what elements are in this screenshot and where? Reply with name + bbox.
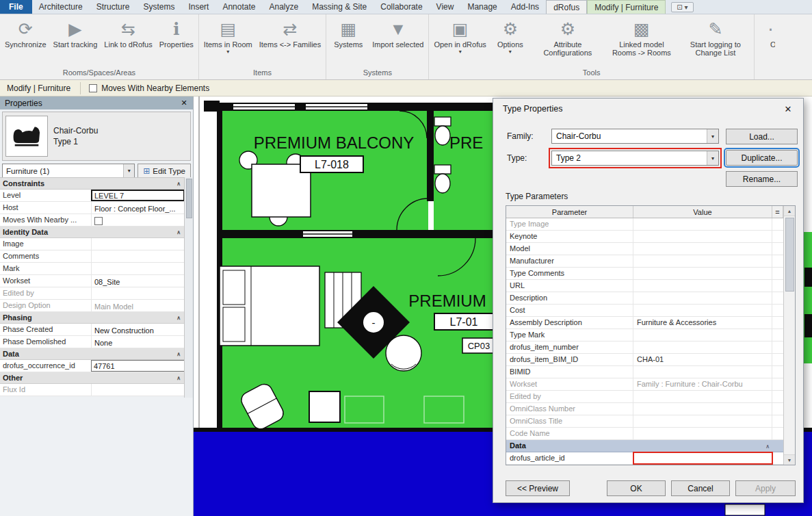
property-row-level[interactable]: LevelLEVEL 7 bbox=[0, 190, 185, 202]
parameter-row-model[interactable]: Model bbox=[506, 243, 783, 255]
duplicate-button[interactable]: Duplicate... bbox=[726, 150, 798, 166]
ribbon-button-options[interactable]: ⚙Options▾ bbox=[490, 16, 530, 65]
parameter-row-type-image[interactable]: Type Image bbox=[506, 218, 783, 231]
parameter-value[interactable] bbox=[633, 255, 772, 267]
ribbon-button-start-tracking[interactable]: ▶Start tracking bbox=[51, 16, 101, 65]
property-row-comments[interactable]: Comments bbox=[0, 250, 185, 263]
type-selector-combo[interactable]: Furniture (1) ▾ bbox=[2, 164, 135, 178]
type-preview[interactable]: Chair-Corbu Type 1 bbox=[2, 112, 191, 161]
property-row-workset[interactable]: Workset08_Site bbox=[0, 275, 185, 287]
parameter-row-keynote[interactable]: Keynote bbox=[506, 231, 783, 243]
chevron-down-icon[interactable]: ▾ bbox=[123, 164, 134, 177]
tab-drofus[interactable]: dRofus bbox=[546, 0, 587, 14]
ribbon-button-oth[interactable]: ⋯Oth bbox=[757, 16, 775, 65]
room-number-premium[interactable]: L7-01 bbox=[450, 316, 478, 328]
parameter-value[interactable] bbox=[633, 391, 772, 402]
parameter-value[interactable] bbox=[633, 403, 772, 415]
room-name-partial[interactable]: PRE bbox=[449, 133, 483, 152]
parameter-row-description[interactable]: Description bbox=[506, 292, 783, 305]
parameter-value[interactable]: Furniture & Accessories bbox=[633, 317, 772, 328]
properties-scrollbar[interactable] bbox=[184, 177, 193, 398]
property-row-phase-demolished[interactable]: Phase DemolishedNone bbox=[0, 336, 185, 348]
scrollbar-thumb[interactable] bbox=[186, 179, 192, 218]
property-value[interactable]: Floor : Concept Floor_... bbox=[91, 202, 185, 214]
ribbon-button-start-logging-to-change-list[interactable]: ✎Start logging to Change List bbox=[679, 16, 752, 65]
edit-type-button[interactable]: ⊞ Edit Type bbox=[137, 164, 191, 178]
toilet-symbol[interactable] bbox=[435, 126, 450, 145]
room-tag-cp03[interactable]: CP03 bbox=[468, 341, 490, 351]
properties-section-constraints[interactable]: Constraints∧ bbox=[0, 178, 185, 190]
parameter-row-cost[interactable]: Cost bbox=[506, 305, 783, 317]
property-row-image[interactable]: Image bbox=[0, 238, 185, 250]
dialog-titlebar[interactable]: Type Properties ✕ bbox=[493, 99, 803, 119]
parameter-row-drofus-item-bim-id[interactable]: drofus_item_BIM_IDCHA-01 bbox=[506, 354, 783, 366]
property-value[interactable]: 47761 bbox=[91, 360, 185, 372]
property-row-moves-with-nearby[interactable]: Moves With Nearby ... bbox=[0, 214, 185, 227]
parameter-value[interactable] bbox=[633, 218, 772, 230]
parameter-row-type-comments[interactable]: Type Comments bbox=[506, 268, 783, 280]
parameter-row-omniclass-number[interactable]: OmniClass Number bbox=[506, 403, 783, 415]
load-button[interactable]: Load... bbox=[726, 129, 798, 144]
cancel-button[interactable]: Cancel bbox=[671, 480, 730, 496]
property-row-drofus-occurrence-id[interactable]: drofus_occurrence_id47761 bbox=[0, 360, 185, 372]
family-combo[interactable]: Chair-Corbu ▾ bbox=[551, 129, 719, 144]
tab-add-ins[interactable]: Add-Ins bbox=[504, 0, 546, 14]
parameter-row-url[interactable]: URL bbox=[506, 280, 783, 292]
property-value[interactable]: 08_Site bbox=[91, 275, 185, 287]
parameter-value[interactable] bbox=[633, 292, 772, 304]
ribbon-button-properties[interactable]: ℹProperties bbox=[157, 16, 196, 65]
header-eq[interactable]: = bbox=[772, 206, 783, 218]
parameter-row-omniclass-title[interactable]: OmniClass Title bbox=[506, 415, 783, 428]
parameter-value[interactable] bbox=[633, 366, 772, 378]
properties-section-phasing[interactable]: Phasing∧ bbox=[0, 312, 185, 324]
close-icon[interactable]: ✕ bbox=[778, 101, 798, 116]
scroll-down-icon[interactable]: ▼ bbox=[784, 454, 795, 465]
parameter-row-drofus-item-number[interactable]: drofus_item_number bbox=[506, 341, 783, 354]
property-value[interactable] bbox=[91, 214, 185, 226]
parameter-row-edited-by[interactable]: Edited by bbox=[506, 391, 783, 403]
preview-button[interactable]: << Preview bbox=[506, 480, 570, 496]
ribbon-button-systems[interactable]: ▦Systems bbox=[328, 16, 368, 65]
property-row-mark[interactable]: Mark bbox=[0, 263, 185, 275]
properties-section-identity-data[interactable]: Identity Data∧ bbox=[0, 227, 185, 238]
ribbon-button-open-in-drofus[interactable]: ▣Open in dRofus▾ bbox=[431, 16, 488, 65]
ribbon-button-import-selected[interactable]: ▼Import selected bbox=[369, 16, 426, 65]
parameter-value[interactable] bbox=[633, 428, 772, 439]
parameter-value[interactable] bbox=[633, 280, 772, 292]
tab-collaborate[interactable]: Collaborate bbox=[374, 0, 429, 14]
rename-button[interactable]: Rename... bbox=[726, 171, 798, 187]
tab-modify-furniture[interactable]: Modify | Furniture bbox=[587, 0, 666, 14]
tab-manage[interactable]: Manage bbox=[460, 0, 503, 14]
tab-massing-site[interactable]: Massing & Site bbox=[305, 0, 374, 14]
table-scrollbar[interactable]: ▲ ▼ bbox=[783, 206, 795, 465]
parameter-value[interactable]: CHA-01 bbox=[633, 354, 772, 365]
ribbon-button-linked-model-rooms-rooms[interactable]: ▩Linked model Rooms -> Rooms bbox=[605, 16, 678, 65]
tab-annotate[interactable]: Annotate bbox=[215, 0, 262, 14]
property-row-flux-id[interactable]: Flux Id bbox=[0, 384, 185, 396]
tab-structure[interactable]: Structure bbox=[90, 0, 137, 14]
parameter-row-assembly-description[interactable]: Assembly DescriptionFurniture & Accessor… bbox=[506, 317, 783, 329]
property-value[interactable] bbox=[91, 287, 185, 299]
ribbon-display-toggle[interactable]: ⊡ ▾ bbox=[671, 2, 693, 12]
tab-file[interactable]: File bbox=[0, 0, 32, 14]
chevron-down-icon[interactable]: ▾ bbox=[707, 151, 718, 165]
room-number-balcony[interactable]: L7-018 bbox=[315, 159, 349, 170]
ribbon-button-synchronize[interactable]: ⟳Synchronize bbox=[2, 16, 49, 65]
property-row-design-option[interactable]: Design OptionMain Model bbox=[0, 300, 185, 312]
ribbon-button-attribute-configurations[interactable]: ⚙Attribute Configurations bbox=[532, 16, 604, 65]
ribbon-button-link-to-drofus[interactable]: ⇆Link to dRofus bbox=[101, 16, 155, 65]
tab-insert[interactable]: Insert bbox=[181, 0, 215, 14]
parameter-value[interactable] bbox=[633, 415, 772, 427]
parameter-value[interactable] bbox=[633, 243, 772, 255]
property-value[interactable]: Main Model bbox=[91, 300, 185, 311]
parameter-row-manufacturer[interactable]: Manufacturer bbox=[506, 255, 783, 268]
header-value[interactable]: Value bbox=[633, 206, 772, 218]
room-name-premium[interactable]: PREMIUM bbox=[408, 292, 486, 310]
parameter-value[interactable] bbox=[633, 231, 772, 242]
header-parameter[interactable]: Parameter bbox=[506, 206, 633, 218]
parameter-section-data[interactable]: Data∧ bbox=[506, 440, 783, 452]
parameter-row-bimid[interactable]: BIMID bbox=[506, 366, 783, 378]
ribbon-button-items-in-room[interactable]: ▤Items in Room▾ bbox=[201, 16, 255, 65]
moves-with-nearby-checkbox[interactable]: Moves With Nearby Elements bbox=[89, 83, 209, 93]
properties-panel-titlebar[interactable]: Properties ✕ bbox=[0, 96, 193, 109]
